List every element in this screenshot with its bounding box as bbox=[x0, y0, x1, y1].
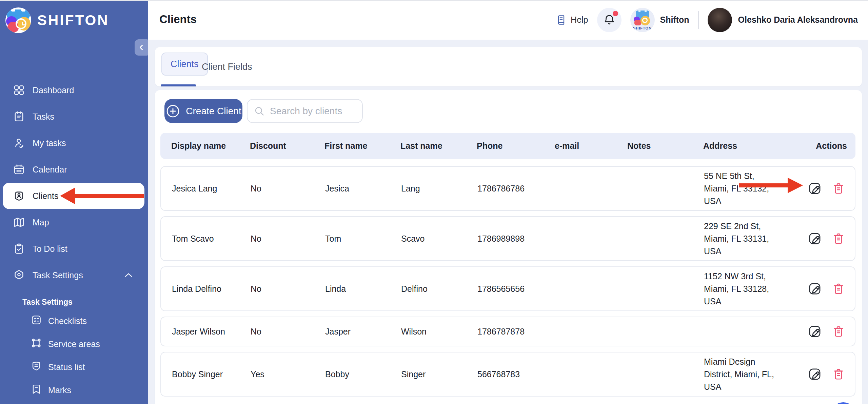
cell-first-name: Jasper bbox=[314, 327, 390, 337]
cell-phone: 1786565656 bbox=[467, 284, 545, 294]
sidebar-item-to-do-list[interactable]: To Do list bbox=[0, 236, 148, 262]
edit-client-button[interactable] bbox=[807, 324, 822, 339]
cell-phone: 1786786786 bbox=[467, 184, 545, 194]
sidebar-item-tasks[interactable]: Tasks bbox=[0, 103, 148, 130]
help-book-icon bbox=[556, 15, 567, 25]
tab-clients[interactable]: Clients bbox=[161, 53, 208, 76]
column-header-display-name: Display name bbox=[160, 141, 239, 151]
sidebar-item-my-tasks[interactable]: My tasks bbox=[0, 130, 148, 156]
checklists-icon bbox=[31, 314, 42, 328]
shifton-logo-icon bbox=[5, 7, 31, 33]
sidebar-item-clients[interactable]: Clients bbox=[3, 183, 144, 209]
cell-last-name: Scavo bbox=[390, 234, 467, 244]
user-name: Oleshko Daria Aleksandrovna bbox=[738, 15, 858, 25]
dashboard-grid-icon bbox=[13, 84, 25, 96]
cell-actions bbox=[788, 181, 856, 196]
table-row: Linda Delfino No Linda Delfino 178656565… bbox=[160, 266, 855, 311]
column-header-address: Address bbox=[692, 141, 787, 151]
cell-phone: 566768783 bbox=[467, 369, 545, 379]
table-row: Tom Scavo No Tom Scavo 1786989898 229 SE… bbox=[160, 216, 855, 261]
cell-display-name: Jesica Lang bbox=[161, 184, 240, 194]
brand[interactable]: SHIFTON bbox=[5, 7, 109, 33]
delete-client-button[interactable] bbox=[831, 231, 846, 246]
edit-pencil-icon bbox=[808, 282, 822, 296]
cell-display-name: Jasper Wilson bbox=[161, 327, 240, 337]
marks-icon bbox=[31, 383, 42, 397]
trash-icon bbox=[832, 325, 845, 338]
edit-client-button[interactable] bbox=[807, 181, 822, 196]
cell-phone: 1786787878 bbox=[467, 327, 545, 337]
column-header-actions: Actions bbox=[787, 141, 855, 151]
cell-address: 55 NE 5th St, Miami, FL 33132, USA bbox=[693, 170, 788, 207]
active-tab-underline bbox=[161, 84, 196, 86]
clients-table: Display nameDiscountFirst nameLast nameP… bbox=[160, 133, 855, 397]
cell-last-name: Singer bbox=[390, 369, 467, 379]
create-client-label: Create Client bbox=[186, 106, 241, 117]
cell-last-name: Wilson bbox=[390, 327, 467, 337]
edit-client-button[interactable] bbox=[807, 231, 822, 246]
user-menu[interactable]: Oleshko Daria Aleksandrovna bbox=[708, 8, 858, 32]
cell-first-name: Bobby bbox=[314, 369, 390, 379]
sidebar-item-dashboard[interactable]: Dashboard bbox=[0, 77, 148, 103]
sidebar-subitem-marks[interactable]: Marks bbox=[0, 379, 148, 402]
todo-list-icon bbox=[13, 243, 25, 255]
create-client-button[interactable]: Create Client bbox=[164, 99, 242, 123]
search-icon bbox=[254, 105, 265, 117]
cell-phone: 1786989898 bbox=[467, 234, 545, 244]
sidebar-section-title: Task Settings bbox=[0, 295, 148, 309]
sidebar-subitem-service-areas[interactable]: Service areas bbox=[0, 332, 148, 356]
cell-display-name: Bobby Singer bbox=[161, 369, 240, 379]
cell-address: Miami Design District, Miami, FL, USA bbox=[693, 356, 788, 393]
delete-client-button[interactable] bbox=[831, 367, 846, 382]
cell-address: 1152 NW 3rd St, Miami, FL 33128, USA bbox=[693, 270, 788, 308]
cell-discount: Yes bbox=[240, 369, 314, 379]
help-button[interactable]: Help bbox=[556, 15, 588, 25]
column-header-notes: Notes bbox=[616, 141, 692, 151]
sidebar-collapse-button[interactable] bbox=[135, 39, 148, 56]
notifications-button[interactable] bbox=[597, 8, 622, 32]
cell-first-name: Jesica bbox=[314, 184, 390, 194]
cell-display-name: Tom Scavo bbox=[161, 234, 240, 244]
sidebar-subitem-status-list[interactable]: Status list bbox=[0, 356, 148, 379]
table-header-row: Display nameDiscountFirst nameLast nameP… bbox=[160, 133, 855, 159]
top-header: Clients Help bbox=[148, 0, 868, 40]
page-title: Clients bbox=[159, 13, 197, 26]
edit-pencil-icon bbox=[808, 231, 822, 246]
user-avatar bbox=[708, 8, 732, 32]
company-switcher[interactable]: SHIFTON Shifton bbox=[630, 8, 689, 32]
toolbar: Create Client bbox=[164, 99, 862, 123]
table-row: Jasper Wilson No Jasper Wilson 178678787… bbox=[160, 317, 855, 346]
cell-actions bbox=[788, 367, 856, 382]
cell-last-name: Lang bbox=[390, 184, 467, 194]
sidebar-subitem-checklists[interactable]: Checklists bbox=[0, 309, 148, 332]
tasks-icon bbox=[13, 110, 25, 123]
plus-circle-icon bbox=[165, 104, 180, 119]
edit-client-button[interactable] bbox=[807, 281, 822, 296]
delete-client-button[interactable] bbox=[831, 324, 846, 339]
task-settings-icon bbox=[13, 269, 25, 281]
sidebar-item-task-settings[interactable]: Task Settings bbox=[0, 262, 148, 288]
cell-actions bbox=[788, 324, 856, 339]
table-body: Jesica Lang No Jesica Lang 1786786786 55… bbox=[160, 166, 855, 397]
search-input[interactable] bbox=[270, 106, 355, 117]
app-window: SHIFTON Dashboard Tasks My tasks Calenda… bbox=[0, 0, 868, 404]
table-row: Jesica Lang No Jesica Lang 1786786786 55… bbox=[160, 166, 855, 211]
edit-pencil-icon bbox=[808, 367, 822, 381]
edit-client-button[interactable] bbox=[807, 367, 822, 382]
cell-address: 229 SE 2nd St, Miami, FL 33131, USA bbox=[693, 220, 788, 258]
delete-client-button[interactable] bbox=[831, 281, 846, 296]
header-divider bbox=[698, 11, 699, 29]
delete-client-button[interactable] bbox=[831, 181, 846, 196]
status-list-icon bbox=[31, 360, 42, 374]
notification-badge bbox=[613, 11, 618, 16]
sidebar-item-map[interactable]: Map bbox=[0, 209, 148, 236]
sidebar-menu: Dashboard Tasks My tasks Calendar Client… bbox=[0, 77, 148, 402]
tab-client-fields[interactable]: Client Fields bbox=[202, 47, 252, 86]
company-avatar: SHIFTON bbox=[630, 8, 655, 32]
table-row: Bobby Singer Yes Bobby Singer 566768783 … bbox=[160, 352, 855, 397]
trash-icon bbox=[832, 182, 845, 195]
clients-icon bbox=[13, 190, 25, 202]
cell-actions bbox=[788, 281, 856, 296]
sidebar-item-calendar[interactable]: Calendar bbox=[0, 156, 148, 183]
column-header-e-mail: e-mail bbox=[544, 141, 616, 151]
